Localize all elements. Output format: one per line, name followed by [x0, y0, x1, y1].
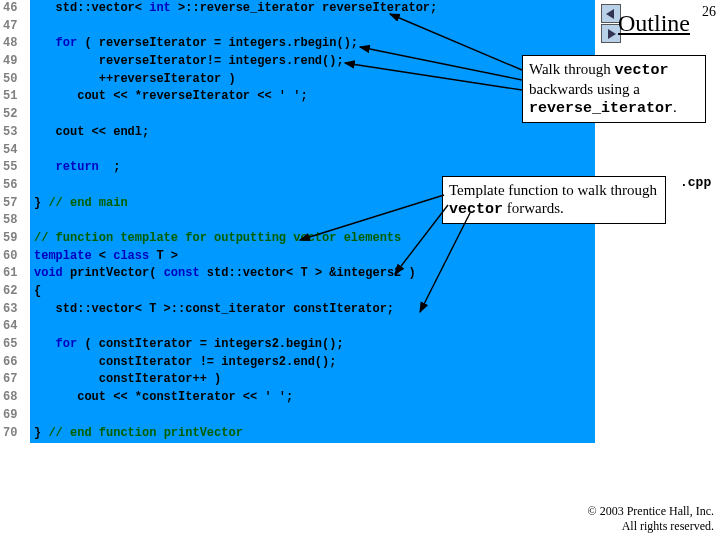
code-line [30, 18, 595, 36]
callout-text: forwards. [503, 200, 564, 216]
code-line: return ; [30, 159, 595, 177]
code-line: for ( constIterator = integers2.begin(); [30, 336, 595, 354]
callout-reverse-iterator: Walk through vector backwards using a re… [522, 55, 706, 123]
line-number: 60 [0, 248, 30, 266]
line-number: 57 [0, 195, 30, 213]
code-line: std::vector< T >::const_iterator constIt… [30, 301, 595, 319]
code-line: template < class T > [30, 248, 595, 266]
code-line: std::vector< int >::reverse_iterator rev… [30, 0, 595, 18]
line-number: 69 [0, 407, 30, 425]
line-number: 46 [0, 0, 30, 18]
line-number: 62 [0, 283, 30, 301]
line-number: 48 [0, 35, 30, 53]
line-number: 59 [0, 230, 30, 248]
svg-marker-1 [608, 29, 616, 39]
line-number: 56 [0, 177, 30, 195]
line-number: 52 [0, 106, 30, 124]
code-line [30, 106, 595, 124]
code-line: constIterator++ ) [30, 371, 595, 389]
callout-mono: vector [614, 62, 668, 79]
file-suffix-label: .cpp [680, 175, 711, 190]
line-number: 64 [0, 318, 30, 336]
code-line: } // end function printVector [30, 425, 595, 443]
code-line: // function template for outputting vect… [30, 230, 595, 248]
line-number: 54 [0, 142, 30, 160]
code-line [30, 142, 595, 160]
svg-marker-0 [606, 9, 614, 19]
code-line: cout << endl; [30, 124, 595, 142]
callout-mono: vector [449, 201, 503, 218]
triangle-right-icon [606, 29, 616, 39]
line-number: 53 [0, 124, 30, 142]
line-number: 65 [0, 336, 30, 354]
line-number: 67 [0, 371, 30, 389]
callout-mono: reverse_iterator [529, 100, 673, 117]
triangle-left-icon [606, 9, 616, 19]
code-line: void printVector( const std::vector< T >… [30, 265, 595, 283]
code-line [30, 407, 595, 425]
callout-template-function: Template function to walk through vector… [442, 176, 666, 224]
callout-text: backwards using a [529, 81, 640, 97]
callout-text: Walk through [529, 61, 614, 77]
line-number: 66 [0, 354, 30, 372]
line-number: 61 [0, 265, 30, 283]
code-line: reverseIterator!= integers.rend(); [30, 53, 595, 71]
line-number: 51 [0, 88, 30, 106]
copyright-line: All rights reserved. [622, 519, 714, 533]
line-number-gutter: 4647484950515253545556575859606162636465… [0, 0, 30, 443]
line-number: 70 [0, 425, 30, 443]
code-line: constIterator != integers2.end(); [30, 354, 595, 372]
line-number: 49 [0, 53, 30, 71]
code-line [30, 318, 595, 336]
outline-heading: Outline [618, 10, 690, 37]
code-line: ++reverseIterator ) [30, 71, 595, 89]
line-number: 55 [0, 159, 30, 177]
line-number: 68 [0, 389, 30, 407]
code-line: cout << *reverseIterator << ' '; [30, 88, 595, 106]
code-line: { [30, 283, 595, 301]
copyright-notice: © 2003 Prentice Hall, Inc. All rights re… [588, 504, 714, 534]
code-line: cout << *constIterator << ' '; [30, 389, 595, 407]
line-number: 58 [0, 212, 30, 230]
callout-text: . [673, 99, 677, 115]
line-number: 63 [0, 301, 30, 319]
line-number: 47 [0, 18, 30, 36]
callout-text: Template function to walk through [449, 182, 657, 198]
copyright-line: © 2003 Prentice Hall, Inc. [588, 504, 714, 518]
code-line: for ( reverseIterator = integers.rbegin(… [30, 35, 595, 53]
page-number: 26 [702, 4, 716, 20]
line-number: 50 [0, 71, 30, 89]
